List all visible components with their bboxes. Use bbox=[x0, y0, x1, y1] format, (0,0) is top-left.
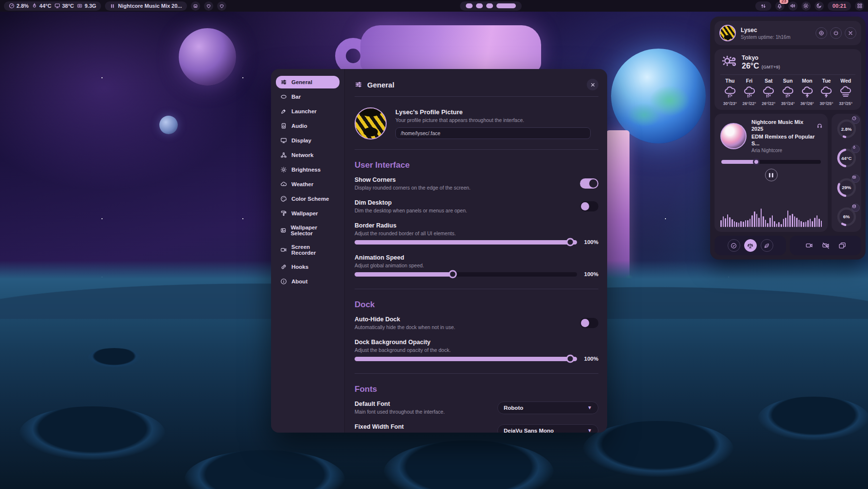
performance-profile-button[interactable] bbox=[728, 239, 740, 252]
purple-planet bbox=[179, 28, 236, 86]
screenshare-button[interactable] bbox=[836, 239, 849, 252]
sidebar-item-display[interactable]: Display bbox=[276, 134, 340, 147]
setting-title: Show Corners bbox=[355, 176, 471, 183]
forecast-day: Mon 36°/26° bbox=[798, 78, 817, 106]
balanced-profile-button[interactable] bbox=[744, 239, 757, 252]
media-progress[interactable] bbox=[721, 160, 821, 164]
visualizer-bar bbox=[765, 220, 766, 227]
dock-opacity-slider-row: 100% bbox=[355, 354, 598, 367]
sidebar-item-color-scheme[interactable]: Color Scheme bbox=[276, 192, 340, 205]
fixed-font-dropdown[interactable]: DejaVu Sans Mono ▼ bbox=[497, 424, 598, 433]
sidebar-item-wallpaper-selector[interactable]: Wallpaper Selector bbox=[276, 222, 340, 239]
network-button[interactable] bbox=[755, 1, 771, 11]
workspace-indicator[interactable] bbox=[460, 1, 522, 11]
sidebar-item-wallpaper[interactable]: Wallpaper bbox=[276, 207, 340, 220]
sidebar-label: Network bbox=[291, 152, 313, 158]
sidebar-item-audio[interactable]: Audio bbox=[276, 120, 340, 132]
workspace-active[interactable] bbox=[496, 3, 516, 8]
sidebar-item-hooks[interactable]: Hooks bbox=[276, 261, 340, 273]
small-moon bbox=[159, 116, 178, 134]
flame-icon bbox=[852, 145, 856, 150]
night-light-button[interactable] bbox=[815, 1, 824, 11]
sun-wind-icon bbox=[720, 54, 737, 70]
slider-knob[interactable] bbox=[566, 355, 575, 363]
workspace-dot[interactable] bbox=[466, 3, 473, 8]
workspace-dot[interactable] bbox=[476, 3, 483, 8]
sidebar-item-weather[interactable]: Weather bbox=[276, 178, 340, 191]
visualizer-bar bbox=[817, 215, 818, 227]
favorite-button[interactable] bbox=[204, 1, 213, 11]
forecast-day: Fri 26°/22° bbox=[740, 78, 759, 106]
show-corners-toggle[interactable] bbox=[580, 178, 598, 189]
settings-button[interactable] bbox=[816, 27, 827, 39]
temp-gauge: 44°C bbox=[835, 147, 858, 169]
slider-knob[interactable] bbox=[448, 270, 457, 279]
weather-forecast: Thu 30°/23° Fri 26°/22° Sat 26°/22° Sun … bbox=[720, 78, 855, 106]
sidebar-item-network[interactable]: Network bbox=[276, 149, 340, 161]
visualizer-bar bbox=[754, 211, 755, 227]
dim-desktop-toggle[interactable] bbox=[580, 201, 598, 211]
sidebar-item-bar[interactable]: Bar bbox=[276, 90, 340, 103]
sidebar-item-launcher[interactable]: Launcher bbox=[276, 105, 340, 118]
visualizer-bar bbox=[756, 214, 758, 227]
close-panel-button[interactable] bbox=[845, 27, 856, 39]
avatar[interactable] bbox=[719, 25, 736, 41]
profile-subtitle: Your profile picture that appears throug… bbox=[395, 117, 598, 123]
gauge-icon bbox=[852, 116, 856, 121]
notifications-button[interactable]: 23 bbox=[775, 1, 784, 11]
brightness-button[interactable] bbox=[801, 1, 811, 11]
forecast-day-name: Fri bbox=[746, 78, 752, 84]
animation-speed-slider[interactable] bbox=[355, 272, 577, 277]
app-launcher-button[interactable] bbox=[855, 1, 864, 11]
visualizer-bar bbox=[732, 219, 733, 227]
flame-icon bbox=[32, 3, 37, 9]
bot-button[interactable] bbox=[191, 1, 200, 11]
link-icon bbox=[280, 263, 287, 270]
panel-bottom-row bbox=[715, 236, 861, 255]
visualizer-bar bbox=[720, 220, 722, 227]
sidebar-item-screen-recorder[interactable]: Screen Recorder bbox=[276, 241, 340, 259]
dock-opacity-slider[interactable] bbox=[355, 357, 577, 361]
media-title-text: Nightcore Music Mix 2025 bbox=[751, 119, 815, 133]
profile-path-input[interactable] bbox=[395, 127, 591, 139]
border-radius-slider[interactable] bbox=[355, 240, 577, 244]
visualizer-bar bbox=[789, 215, 791, 227]
setting-title: Fixed Width Font bbox=[355, 423, 471, 430]
workspace-dot[interactable] bbox=[486, 3, 493, 8]
like-button[interactable] bbox=[217, 1, 226, 11]
sidebar-item-about[interactable]: About bbox=[276, 275, 340, 288]
close-button[interactable] bbox=[587, 79, 598, 90]
visualizer-bar bbox=[792, 214, 793, 227]
visualizer-bar bbox=[723, 216, 724, 227]
setting-subtitle: Automatically hide the dock when not in … bbox=[355, 324, 455, 330]
user-card: Lysec System uptime: 1h16m bbox=[715, 21, 861, 45]
record-button[interactable] bbox=[803, 239, 816, 252]
dropdown-value: Roboto bbox=[504, 405, 523, 411]
heart-icon bbox=[219, 3, 224, 9]
profile-avatar[interactable] bbox=[355, 107, 387, 140]
sidebar-item-general[interactable]: General bbox=[276, 76, 340, 88]
power-button[interactable] bbox=[830, 27, 842, 39]
gauge-icon bbox=[9, 3, 15, 9]
sidebar-item-brightness[interactable]: Brightness bbox=[276, 163, 340, 176]
monitor-icon bbox=[280, 137, 287, 144]
bar-media-widget[interactable]: Nightcore Music Mix 20... bbox=[105, 1, 187, 11]
visualizer-bar bbox=[729, 217, 731, 227]
pause-button[interactable] bbox=[765, 169, 778, 181]
volume-button[interactable] bbox=[788, 1, 798, 11]
video-camera-icon bbox=[280, 246, 287, 253]
visualizer-bar bbox=[740, 221, 742, 227]
bar-media-title: Nightcore Music Mix 20... bbox=[118, 3, 182, 9]
clock[interactable]: 00:21 bbox=[828, 1, 851, 11]
auto-hide-dock-toggle[interactable] bbox=[580, 318, 598, 328]
forecast-day: Thu 30°/23° bbox=[720, 78, 740, 106]
powersave-profile-button[interactable] bbox=[761, 239, 773, 252]
default-font-dropdown[interactable]: Roboto ▼ bbox=[497, 402, 598, 414]
visualizer-bar bbox=[763, 216, 764, 227]
cpu-stat: 2.8% bbox=[9, 3, 29, 9]
crater bbox=[384, 440, 554, 489]
crater bbox=[19, 406, 165, 460]
slider-knob[interactable] bbox=[566, 238, 575, 246]
progress-knob[interactable] bbox=[753, 158, 760, 165]
camera-off-button[interactable] bbox=[819, 239, 832, 252]
